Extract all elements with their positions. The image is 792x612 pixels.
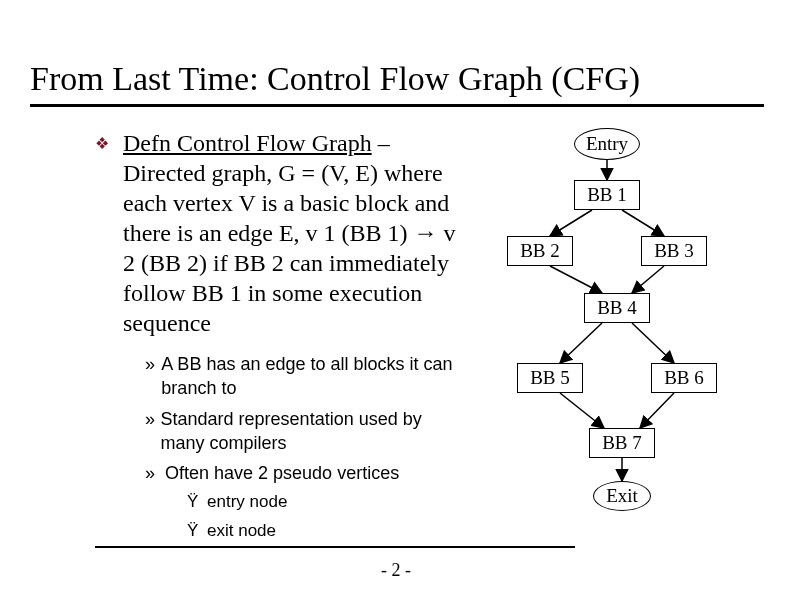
arrow-icon: → bbox=[414, 219, 438, 246]
subsub-1: Ÿ entry node bbox=[187, 491, 465, 514]
sub-bullet-1-text: A BB has an edge to all blocks it can br… bbox=[161, 352, 465, 401]
definition-text: Defn Control Flow Graph – Directed graph… bbox=[123, 128, 458, 338]
diamond-bullet-icon: ❖ bbox=[95, 134, 109, 153]
dot-bullet-icon: Ÿ bbox=[187, 491, 207, 514]
subsub-1-text: entry node bbox=[207, 491, 287, 514]
svg-line-4 bbox=[632, 266, 664, 293]
cfg-diagram: Entry BB 1 BB 2 BB 3 BB 4 BB 5 BB 6 BB 7… bbox=[482, 128, 732, 528]
node-bb2: BB 2 bbox=[507, 236, 573, 266]
definition-term: Defn Control Flow Graph bbox=[123, 130, 372, 156]
svg-line-7 bbox=[560, 393, 604, 428]
svg-line-2 bbox=[622, 210, 664, 236]
raquo-bullet-icon: » bbox=[145, 407, 161, 456]
definition-body-a: Directed graph, G = (V, E) where each ve… bbox=[123, 160, 449, 246]
svg-line-5 bbox=[560, 323, 602, 363]
sub-bullet-2: » Standard representation used by many c… bbox=[145, 407, 465, 456]
node-bb1: BB 1 bbox=[574, 180, 640, 210]
svg-line-1 bbox=[550, 210, 592, 236]
node-bb5: BB 5 bbox=[517, 363, 583, 393]
page-number: - 2 - bbox=[0, 560, 792, 581]
sub-bullet-2-text: Standard representation used by many com… bbox=[161, 407, 465, 456]
definition-dash: – bbox=[372, 130, 390, 156]
svg-line-8 bbox=[640, 393, 674, 428]
subsub-2-text: exit node bbox=[207, 520, 276, 543]
node-exit: Exit bbox=[593, 481, 651, 511]
subsub-2: Ÿ exit node bbox=[187, 520, 465, 543]
node-bb7: BB 7 bbox=[589, 428, 655, 458]
node-bb3: BB 3 bbox=[641, 236, 707, 266]
node-bb6: BB 6 bbox=[651, 363, 717, 393]
node-bb4: BB 4 bbox=[584, 293, 650, 323]
page-title: From Last Time: Control Flow Graph (CFG) bbox=[30, 60, 640, 98]
sub-bullet-1: » A BB has an edge to all blocks it can … bbox=[145, 352, 465, 401]
raquo-bullet-icon: » bbox=[145, 461, 165, 485]
footer-divider bbox=[95, 546, 575, 548]
svg-line-3 bbox=[550, 266, 602, 293]
sub-bullets: » A BB has an edge to all blocks it can … bbox=[145, 352, 465, 543]
svg-line-6 bbox=[632, 323, 674, 363]
sub-bullet-3-text: Often have 2 pseudo vertices bbox=[165, 461, 399, 485]
dot-bullet-icon: Ÿ bbox=[187, 520, 207, 543]
sub-bullet-3: » Often have 2 pseudo vertices bbox=[145, 461, 465, 485]
title-underline bbox=[30, 104, 764, 107]
slide: From Last Time: Control Flow Graph (CFG)… bbox=[0, 0, 792, 612]
raquo-bullet-icon: » bbox=[145, 352, 161, 401]
sub-sub-bullets: Ÿ entry node Ÿ exit node bbox=[187, 491, 465, 543]
node-entry: Entry bbox=[574, 128, 640, 160]
